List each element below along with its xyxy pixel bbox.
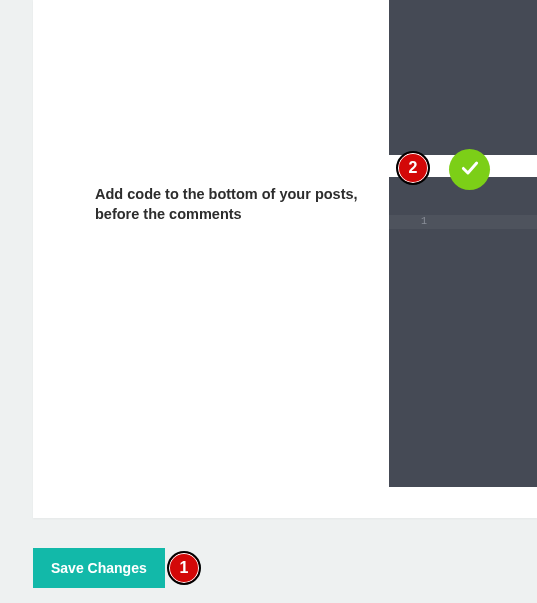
success-badge <box>449 149 490 190</box>
bottom-code-label: Add code to the bottom of your posts, be… <box>95 185 395 224</box>
check-icon <box>460 158 480 182</box>
code-editor-top[interactable] <box>389 0 537 155</box>
save-changes-button[interactable]: Save Changes <box>33 548 165 588</box>
settings-panel: 1 Add code to the bottom of your posts, … <box>33 0 537 518</box>
annotation-marker-2: 2 <box>396 151 430 185</box>
code-editor-bottom[interactable]: 1 <box>389 177 537 487</box>
editor-active-line: 1 <box>389 215 537 229</box>
annotation-marker-1: 1 <box>167 551 201 585</box>
line-number: 1 <box>389 215 431 229</box>
